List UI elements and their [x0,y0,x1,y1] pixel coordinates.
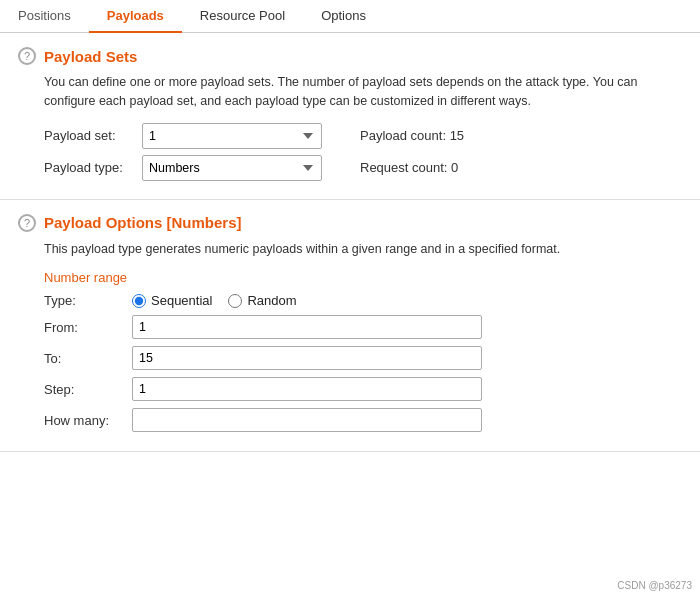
sequential-label: Sequential [151,293,212,308]
payload-set-label: Payload set: [44,128,134,143]
sequential-radio[interactable] [132,294,146,308]
type-label: Type: [44,293,124,308]
payload-sets-header: ? Payload Sets [18,47,682,65]
to-row: To: [44,346,682,370]
to-label: To: [44,351,124,366]
payload-options-header: ? Payload Options [Numbers] [18,214,682,232]
how-many-label: How many: [44,413,124,428]
from-label: From: [44,320,124,335]
random-radio[interactable] [228,294,242,308]
payload-set-select[interactable]: 1 2 3 [142,123,322,149]
how-many-row: How many: [44,408,682,432]
tab-payloads[interactable]: Payloads [89,0,182,33]
payload-options-description: This payload type generates numeric payl… [44,240,682,259]
payload-sets-title: Payload Sets [44,48,137,65]
payload-options-form: Type: Sequential Random From: To: [44,293,682,432]
how-many-input[interactable] [132,408,482,432]
random-radio-item[interactable]: Random [228,293,296,308]
tab-bar: Positions Payloads Resource Pool Options [0,0,700,33]
payload-count-info: Payload count: 15 [360,128,464,143]
step-label: Step: [44,382,124,397]
payload-type-select[interactable]: Numbers Simple list Runtime file Custom … [142,155,322,181]
payload-options-section: ? Payload Options [Numbers] This payload… [0,200,700,453]
payload-type-label: Payload type: [44,160,134,175]
payload-sets-description: You can define one or more payload sets.… [44,73,682,111]
step-input[interactable] [132,377,482,401]
payload-set-row: Payload set: 1 2 3 Payload count: 15 [44,123,682,149]
tab-options[interactable]: Options [303,0,384,33]
number-range-label: Number range [44,270,682,285]
to-input[interactable] [132,346,482,370]
request-count-info: Request count: 0 [360,160,458,175]
payload-options-help-icon[interactable]: ? [18,214,36,232]
from-row: From: [44,315,682,339]
type-row: Type: Sequential Random [44,293,682,308]
payload-type-row: Payload type: Numbers Simple list Runtim… [44,155,682,181]
tab-positions[interactable]: Positions [0,0,89,33]
payload-options-title: Payload Options [Numbers] [44,214,242,231]
tab-resource-pool[interactable]: Resource Pool [182,0,303,33]
watermark: CSDN @p36273 [617,580,692,591]
payload-sets-form: Payload set: 1 2 3 Payload count: 15 Pay… [44,123,682,181]
sequential-radio-item[interactable]: Sequential [132,293,212,308]
payload-sets-help-icon[interactable]: ? [18,47,36,65]
random-label: Random [247,293,296,308]
type-radio-group: Sequential Random [132,293,297,308]
from-input[interactable] [132,315,482,339]
step-row: Step: [44,377,682,401]
payload-sets-section: ? Payload Sets You can define one or mor… [0,33,700,200]
